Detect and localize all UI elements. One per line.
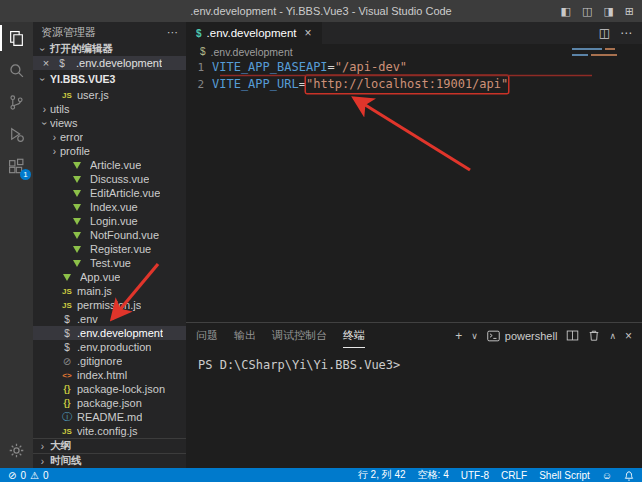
tree-item-views[interactable]: ›views xyxy=(33,116,186,130)
split-editor-icon[interactable]: ◫ xyxy=(599,26,610,40)
eol-sequence[interactable]: CRLF xyxy=(501,470,527,481)
chevron-down-icon: › xyxy=(37,74,48,85)
file-label: App.vue xyxy=(80,271,120,283)
tree-item-user.js[interactable]: ›JSuser.js xyxy=(33,88,186,102)
tree-item-vite.config.js[interactable]: ›JSvite.config.js xyxy=(33,424,186,438)
env-file-icon: $ xyxy=(60,314,74,325)
panel-tab-输出[interactable]: 输出 xyxy=(234,323,256,348)
more-actions-icon[interactable]: ⋯ xyxy=(620,26,632,40)
tree-item-README.md[interactable]: ›ⓘREADME.md xyxy=(33,410,186,424)
cursor-position[interactable]: 行 2, 列 42 xyxy=(358,468,406,482)
toggle-panel-icon[interactable]: ◫ xyxy=(582,0,592,22)
html-file-icon: <> xyxy=(60,371,74,380)
vue-file-icon xyxy=(73,204,81,211)
trash-icon[interactable] xyxy=(588,329,600,342)
toggle-secondary-sidebar-icon[interactable]: ◨ xyxy=(603,0,613,22)
problems-summary[interactable]: ⊘ 0 ⚠ 0 xyxy=(8,470,48,481)
run-debug-icon[interactable] xyxy=(0,118,33,150)
tree-item-Discuss.vue[interactable]: ›Discuss.vue xyxy=(33,172,186,186)
tree-item-profile[interactable]: ›profile xyxy=(33,144,186,158)
terminal-prompt: PS D:\CSharp\Yi\Yi.BBS.Vue3> xyxy=(198,358,400,372)
file-label: permission.js xyxy=(77,299,141,311)
close-panel-icon[interactable]: × xyxy=(625,329,632,343)
md-file-icon: ⓘ xyxy=(60,410,74,424)
js-file-icon: JS xyxy=(60,91,74,100)
tree-item-index.html[interactable]: ›<>index.html xyxy=(33,368,186,382)
timeline-label: 时间线 xyxy=(50,454,82,468)
toggle-sidebar-icon[interactable]: ◧ xyxy=(561,0,571,22)
explorer-icon[interactable] xyxy=(0,22,33,54)
file-label: Login.vue xyxy=(90,215,138,227)
window-title: .env.development - Yi.BBS.Vue3 - Visual … xyxy=(190,5,452,17)
customize-layout-icon[interactable]: ⊞ xyxy=(625,0,634,22)
title-bar-actions: ◧ ◫ ◨ ⊞ xyxy=(561,0,634,22)
tab-env-development[interactable]: $ .env.development × xyxy=(186,22,322,44)
tree-item-.env.development[interactable]: ›$.env.development xyxy=(33,326,186,340)
project-root[interactable]: › YI.BBS.VUE3 xyxy=(33,70,186,88)
tree-item-Article.vue[interactable]: ›Article.vue xyxy=(33,158,186,172)
timeline-section[interactable]: › 时间线 xyxy=(33,453,186,468)
chevron-right-icon: › xyxy=(37,456,48,467)
tab-bar-actions: ◫ ⋯ xyxy=(599,22,642,44)
shell-name: powershell xyxy=(505,330,558,342)
file-label: .env.production xyxy=(77,341,151,353)
panel-tab-问题[interactable]: 问题 xyxy=(196,323,218,348)
source-control-icon[interactable] xyxy=(0,86,33,118)
code-line-1[interactable]: 1VITE_APP_BASEAPI="/api-dev" xyxy=(186,59,642,76)
sidebar-explorer: 资源管理器 ⋯ › 打开的编辑器 × $ .env.development › … xyxy=(33,22,186,468)
search-icon[interactable] xyxy=(0,54,33,86)
maximize-panel-icon[interactable]: ∧ xyxy=(609,331,616,341)
tree-item-permission.js[interactable]: ›JSpermission.js xyxy=(33,298,186,312)
encoding[interactable]: UTF-8 xyxy=(461,470,489,481)
chevron-down-icon: › xyxy=(37,44,48,55)
tree-item-package-lock.json[interactable]: ›{}package-lock.json xyxy=(33,382,186,396)
chevron-right-icon: › xyxy=(49,146,60,157)
settings-gear-icon[interactable] xyxy=(0,434,33,466)
tree-item-EditArticle.vue[interactable]: ›EditArticle.vue xyxy=(33,186,186,200)
notifications-bell-icon[interactable] xyxy=(624,470,634,481)
open-editor-filename: .env.development xyxy=(76,57,162,69)
title-bar: .env.development - Yi.BBS.Vue3 - Visual … xyxy=(0,0,642,22)
close-icon[interactable]: × xyxy=(305,26,312,40)
panel-actions: + ∨ powershell ∧ xyxy=(455,329,632,343)
indentation[interactable]: 空格: 4 xyxy=(418,468,449,482)
activity-bar: 1 xyxy=(0,22,33,468)
minimap[interactable] xyxy=(572,48,628,60)
tree-item-main.js[interactable]: ›JSmain.js xyxy=(33,284,186,298)
tree-item-NotFound.vue[interactable]: ›NotFound.vue xyxy=(33,228,186,242)
tree-item-Login.vue[interactable]: ›Login.vue xyxy=(33,214,186,228)
chevron-right-icon: › xyxy=(39,104,50,115)
close-icon[interactable]: × xyxy=(41,57,51,69)
language-mode[interactable]: Shell Script xyxy=(539,470,590,481)
tree-item-Register.vue[interactable]: ›Register.vue xyxy=(33,242,186,256)
file-label: profile xyxy=(60,145,90,157)
new-terminal-icon[interactable]: + xyxy=(455,329,462,343)
open-editors-section[interactable]: › 打开的编辑器 xyxy=(33,42,186,56)
tree-item-.env[interactable]: ›$.env xyxy=(33,312,186,326)
code-line-2[interactable]: 2VITE_APP_URL="http://localhost:19001/ap… xyxy=(186,76,642,93)
sidebar-header: 资源管理器 ⋯ xyxy=(33,22,186,42)
feedback-smiley-icon[interactable]: ☺ xyxy=(602,470,612,481)
tree-item-package.json[interactable]: ›{}package.json xyxy=(33,396,186,410)
extensions-icon[interactable]: 1 xyxy=(0,150,33,182)
line-number: 1 xyxy=(186,59,212,76)
env-file-icon: $ xyxy=(60,342,74,353)
more-actions-icon[interactable]: ⋯ xyxy=(167,26,178,39)
chevron-down-icon[interactable]: ∨ xyxy=(471,331,478,341)
tree-item-Test.vue[interactable]: ›Test.vue xyxy=(33,256,186,270)
tree-item-error[interactable]: ›error xyxy=(33,130,186,144)
vscode-window: .env.development - Yi.BBS.Vue3 - Visual … xyxy=(0,0,642,482)
terminal-content[interactable]: PS D:\CSharp\Yi\Yi.BBS.Vue3> xyxy=(186,348,642,372)
panel-tab-终端[interactable]: 终端 xyxy=(343,323,365,348)
outline-section[interactable]: › 大纲 xyxy=(33,438,186,453)
open-editor-item[interactable]: × $ .env.development xyxy=(33,56,186,70)
tree-item-.gitignore[interactable]: ›⊘.gitignore xyxy=(33,354,186,368)
tree-item-utils[interactable]: ›utils xyxy=(33,102,186,116)
tree-item-Index.vue[interactable]: ›Index.vue xyxy=(33,200,186,214)
split-terminal-icon[interactable] xyxy=(566,329,579,342)
panel-tab-调试控制台[interactable]: 调试控制台 xyxy=(272,323,327,348)
tree-item-App.vue[interactable]: ›App.vue xyxy=(33,270,186,284)
terminal-profile[interactable]: powershell xyxy=(487,330,558,342)
tree-item-.env.production[interactable]: ›$.env.production xyxy=(33,340,186,354)
file-label: .env xyxy=(77,313,98,325)
